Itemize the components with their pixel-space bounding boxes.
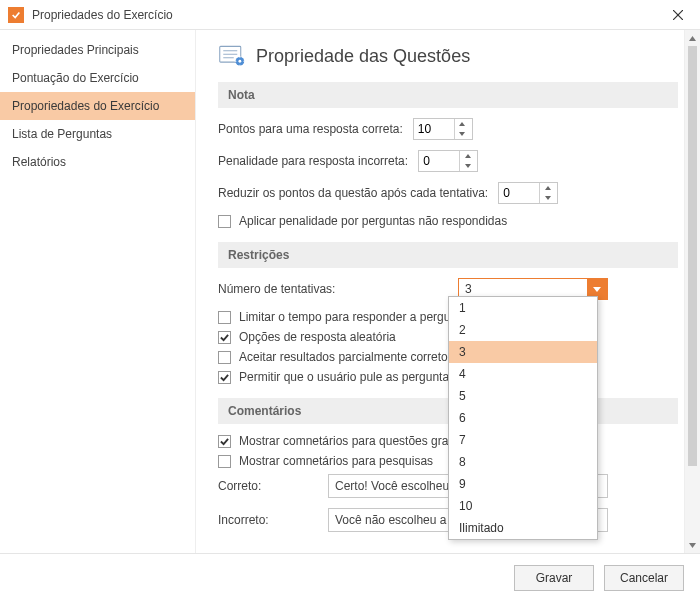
attempts-option[interactable]: 6 bbox=[449, 407, 597, 429]
attempts-option[interactable]: Ilimitado bbox=[449, 517, 597, 539]
show-surveys-checkbox[interactable] bbox=[218, 455, 231, 468]
sidebar: Propriedades Principais Pontuação do Exe… bbox=[0, 30, 196, 553]
allow-skip-label: Permitir que o usuário pule as perguntas… bbox=[239, 370, 482, 384]
attempts-option[interactable]: 9 bbox=[449, 473, 597, 495]
scroll-track[interactable] bbox=[685, 46, 700, 537]
sidebar-item-main-props[interactable]: Propriedades Principais bbox=[0, 36, 195, 64]
attempts-option[interactable]: 2 bbox=[449, 319, 597, 341]
attempts-option[interactable]: 3 bbox=[449, 341, 597, 363]
footer: Gravar Cancelar bbox=[0, 553, 700, 601]
scroll-up-arrow[interactable] bbox=[685, 30, 700, 46]
allow-skip-checkbox[interactable] bbox=[218, 371, 231, 384]
reduce-after-attempt-input[interactable] bbox=[498, 182, 558, 204]
page-title: Propriedade das Questões bbox=[256, 46, 470, 67]
attempts-option[interactable]: 5 bbox=[449, 385, 597, 407]
app-icon bbox=[8, 7, 24, 23]
attempts-dropdown[interactable]: 12345678910Ilimitado bbox=[448, 296, 598, 540]
cancel-button[interactable]: Cancelar bbox=[604, 565, 684, 591]
penalty-incorrect-label: Penalidade para resposta incorreta: bbox=[218, 154, 408, 168]
incorrect-label: Incorreto: bbox=[218, 513, 318, 527]
attempts-option[interactable]: 1 bbox=[449, 297, 597, 319]
sidebar-item-exercise-props[interactable]: Proporiedades do Exercício bbox=[0, 92, 195, 120]
attempts-option[interactable]: 4 bbox=[449, 363, 597, 385]
vertical-scrollbar[interactable] bbox=[684, 30, 700, 553]
section-head-nota: Nota bbox=[218, 82, 678, 108]
correct-label: Correto: bbox=[218, 479, 318, 493]
title-bar: Propriedades do Exercício bbox=[0, 0, 700, 30]
limit-time-label: Limitar o tempo para responder a pergunt… bbox=[239, 310, 470, 324]
scroll-thumb[interactable] bbox=[688, 46, 697, 466]
svg-point-7 bbox=[238, 60, 241, 63]
scroll-down-arrow[interactable] bbox=[685, 537, 700, 553]
attempts-selected-value: 3 bbox=[459, 282, 587, 296]
section-head-restricoes: Restrições bbox=[218, 242, 678, 268]
points-correct-spin-down[interactable] bbox=[455, 129, 470, 139]
show-surveys-label: Mostrar comnetários para pesquisas bbox=[239, 454, 433, 468]
accept-partial-checkbox[interactable] bbox=[218, 351, 231, 364]
apply-penalty-unanswered-label: Aplicar penalidade por perguntas não res… bbox=[239, 214, 507, 228]
reduce-after-spin-down[interactable] bbox=[540, 193, 555, 203]
points-correct-label: Pontos para uma resposta correta: bbox=[218, 122, 403, 136]
apply-penalty-unanswered-checkbox[interactable] bbox=[218, 215, 231, 228]
attempts-label: Número de tentativas: bbox=[218, 282, 448, 296]
question-props-icon bbox=[218, 44, 246, 68]
sidebar-item-reports[interactable]: Relatórios bbox=[0, 148, 195, 176]
section-nota: Nota Pontos para uma resposta correta: P… bbox=[218, 82, 678, 228]
show-graded-checkbox[interactable] bbox=[218, 435, 231, 448]
points-correct-spin-up[interactable] bbox=[455, 119, 470, 129]
accept-partial-label: Aceitar resultados parcialmente corretos bbox=[239, 350, 454, 364]
close-button[interactable] bbox=[664, 1, 692, 29]
save-button[interactable]: Gravar bbox=[514, 565, 594, 591]
limit-time-checkbox[interactable] bbox=[218, 311, 231, 324]
attempts-option[interactable]: 10 bbox=[449, 495, 597, 517]
show-graded-label: Mostrar comnetários para questões gradua… bbox=[239, 434, 482, 448]
penalty-incorrect-input[interactable] bbox=[418, 150, 478, 172]
random-options-checkbox[interactable] bbox=[218, 331, 231, 344]
random-options-label: Opções de resposta aleatória bbox=[239, 330, 396, 344]
penalty-incorrect-field[interactable] bbox=[419, 151, 459, 171]
attempts-option[interactable]: 7 bbox=[449, 429, 597, 451]
penalty-incorrect-spin-down[interactable] bbox=[460, 161, 475, 171]
sidebar-item-scoring[interactable]: Pontuação do Exercício bbox=[0, 64, 195, 92]
reduce-after-attempt-field[interactable] bbox=[499, 183, 539, 203]
points-correct-input[interactable] bbox=[413, 118, 473, 140]
attempts-option[interactable]: 8 bbox=[449, 451, 597, 473]
reduce-after-attempt-label: Reduzir os pontos da questão após cada t… bbox=[218, 186, 488, 200]
sidebar-item-question-list[interactable]: Lista de Perguntas bbox=[0, 120, 195, 148]
window-title: Propriedades do Exercício bbox=[32, 8, 664, 22]
points-correct-field[interactable] bbox=[414, 119, 454, 139]
penalty-incorrect-spin-up[interactable] bbox=[460, 151, 475, 161]
reduce-after-spin-up[interactable] bbox=[540, 183, 555, 193]
main-panel: Propriedade das Questões Nota Pontos par… bbox=[196, 30, 700, 553]
